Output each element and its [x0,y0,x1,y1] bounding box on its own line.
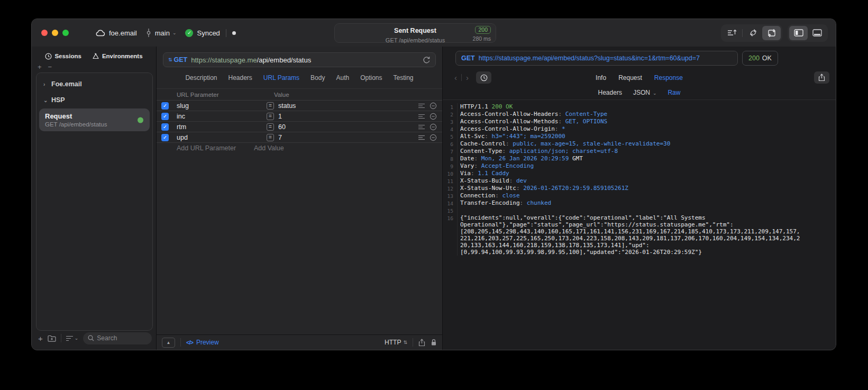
response-nav-bar: ‹ › InfoRequestResponse [443,69,836,86]
editor-tab-testing[interactable]: Testing [394,74,414,81]
line-content: {"incidents":null,"overall":{"code":"ope… [458,214,836,256]
response-subtab-json[interactable]: JSON⌄ [633,89,657,96]
remove-param-icon[interactable] [430,113,437,120]
param-name-input[interactable]: rtm [177,123,267,131]
line-content: Access-Control-Allow-Methods: GET, OPTIO… [458,118,836,125]
response-tab-response[interactable]: Response [654,74,683,81]
param-name-input[interactable]: upd [177,134,267,141]
preview-label: Preview [196,339,219,346]
param-options-icon[interactable] [418,114,425,119]
sent-request-url[interactable]: GET https://statuspage.me/api/embed/stat… [455,51,738,66]
response-line: 3Access-Control-Allow-Methods: GET, OPTI… [443,118,836,125]
add-request-button[interactable]: + [38,334,43,343]
back-button[interactable]: ‹ [454,73,457,82]
zoom-window-button[interactable] [62,30,69,36]
response-subtab-raw[interactable]: Raw [668,89,680,96]
select-arrows-icon: ⇅ [403,340,407,345]
export-response-button[interactable] [814,71,829,84]
collapse-panel-button[interactable]: ▲ [162,338,175,348]
request-url-bar[interactable]: ⇅ GET https://statuspage.me/api/embed/st… [163,52,436,67]
sort-list-button[interactable]: ⌄ [66,335,79,341]
tree-item-hsp[interactable]: ⌄ HSP [36,92,152,108]
tab-sessions[interactable]: Sessions [45,53,81,60]
param-enabled-checkbox[interactable]: ✓ [161,123,169,131]
remove-param-icon[interactable] [430,123,437,131]
param-name-input[interactable]: inc [177,113,267,120]
request-method[interactable]: GET [174,56,188,64]
editor-tab-auth[interactable]: Auth [336,74,349,81]
editor-tab-body[interactable]: Body [310,74,325,81]
history-button[interactable] [476,71,491,84]
footer-separator [413,338,413,347]
chevron-down-icon: ⌄ [172,30,177,35]
param-name-input[interactable]: slug [177,102,267,110]
new-folder-button[interactable] [48,335,56,342]
param-value-input[interactable]: 1 [278,113,418,120]
project-name[interactable]: foe.email [109,29,137,37]
sidebar-tabs: Sessions Environments [32,49,156,64]
lock-icon[interactable] [431,339,437,346]
add-session-button[interactable]: + [38,64,42,71]
param-enabled-checkbox[interactable]: ✓ [161,113,169,120]
param-value-input[interactable]: 7 [278,134,418,141]
request-list-item-selected[interactable]: Request GET /api/embed/status [39,108,150,131]
editor-tab-options[interactable]: Options [360,74,382,81]
add-param-value-placeholder[interactable]: Add Value [254,144,284,152]
add-param-row[interactable]: Add URL Parameter Add Value [157,142,442,153]
param-row-inc: ✓inc=1 [157,111,442,121]
minimize-window-button[interactable] [52,30,58,36]
search-placeholder: Search [97,334,117,342]
toggle-sidebar-button[interactable] [789,26,808,40]
toggle-bottom-panel-button[interactable] [808,26,826,40]
response-line: 13Connection: close [443,192,836,199]
editor-tab-headers[interactable]: Headers [228,74,252,81]
import-export-button[interactable] [723,26,741,40]
editor-tab-description[interactable]: Description [185,74,217,81]
param-value-input[interactable]: status [278,102,418,110]
branch-selector[interactable]: main ⌄ [146,29,177,37]
request-response-panel-button[interactable] [762,26,781,40]
editor-tab-url-params[interactable]: URL Params [263,74,299,81]
line-content: Connection: close [458,192,836,199]
param-options-icon[interactable] [418,103,425,108]
response-tabs: InfoRequestResponse [443,74,836,81]
close-window-button[interactable] [41,30,48,36]
search-input[interactable]: Search [83,332,152,344]
preview-button[interactable]: </> Preview [186,339,219,346]
sessions-tab-label: Sessions [54,53,81,59]
method-dropdown-icon: ⇅ [168,57,172,62]
column-value: Value [274,92,442,98]
tree-item-foe-email[interactable]: › Foe.email [36,76,152,92]
response-body[interactable]: 1HTTP/1.1 200 OK2Access-Control-Allow-He… [443,100,836,350]
reload-icon[interactable] [423,56,431,64]
protocol-selector[interactable]: HTTP ⇅ [385,339,407,346]
params-table-header: URL Parameter Value [157,89,442,100]
param-options-icon[interactable] [418,135,425,140]
tree-label: HSP [51,96,65,104]
remove-param-icon[interactable] [430,102,437,110]
param-enabled-checkbox[interactable]: ✓ [161,134,169,141]
request-url-input[interactable]: https://statuspage.me/api/embed/status [191,56,423,64]
response-tab-request[interactable]: Request [618,74,642,81]
response-line: 12X-Status-Now-Utc: 2026-01-26T20:29:59.… [443,185,836,192]
sent-request-pill[interactable]: Sent Request 200 GET /api/embed/status 2… [334,23,496,43]
request-editor-pane: ⇅ GET https://statuspage.me/api/embed/st… [157,47,443,350]
param-row-slug: ✓slug=status [157,100,442,111]
titlebar-toolbar [721,24,828,42]
tab-environments[interactable]: Environments [92,53,143,60]
forward-button[interactable]: › [466,73,469,82]
footer-separator [180,338,181,347]
share-icon[interactable] [418,339,425,347]
param-value-input[interactable]: 60 [278,123,418,131]
remove-param-icon[interactable] [430,134,437,141]
response-tab-info[interactable]: Info [596,74,606,81]
remove-session-button[interactable]: − [48,64,52,71]
param-enabled-checkbox[interactable]: ✓ [161,102,169,110]
line-number: 15 [443,207,458,214]
response-subtab-headers[interactable]: Headers [598,89,622,96]
add-param-name-placeholder[interactable]: Add URL Parameter [157,144,254,152]
sync-branches-button[interactable] [744,26,762,40]
sent-request-title: Sent Request [394,27,436,34]
line-content: Content-Type: application/json; charset=… [458,148,836,155]
param-options-icon[interactable] [418,124,425,130]
